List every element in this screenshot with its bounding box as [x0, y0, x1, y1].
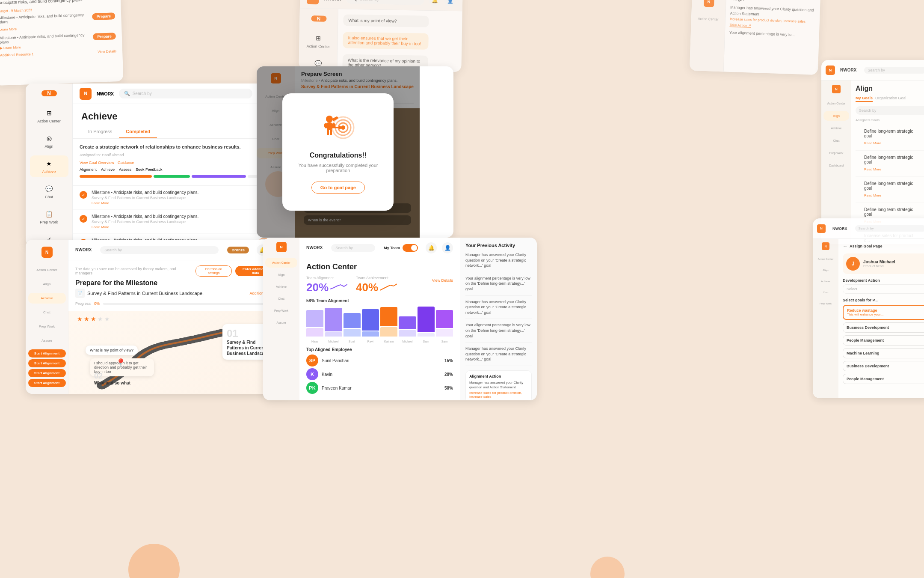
profile-icon[interactable]: 👤 — [444, 0, 456, 6]
ac-align-nav[interactable]: Align — [265, 270, 297, 280]
card-prepare-milestone: N Action Center Align Achieve Chat Prep … — [26, 240, 291, 394]
start-align-btn-1[interactable]: Start Alignment — [28, 349, 66, 358]
go-to-goal-btn[interactable]: Go to goal page — [311, 182, 365, 194]
sidebar-item-action[interactable]: ⊞ Action Center — [30, 105, 68, 127]
start-align-btn-2[interactable]: Start Alignment — [28, 359, 66, 367]
align-nav-label: Align — [44, 144, 53, 149]
goal-2-read-more[interactable]: Read More — [864, 167, 881, 171]
assign-align-nav[interactable]: Align — [814, 265, 837, 275]
progress-pct: 0% — [94, 301, 100, 306]
bar-5b — [380, 327, 397, 337]
ms-prep-nav[interactable]: Prep Work — [28, 321, 66, 332]
rec-goal-2[interactable]: Business Development — [843, 322, 924, 333]
view-details-link[interactable]: View Details — [432, 278, 453, 283]
ac-achieve-label: Achieve — [276, 285, 287, 288]
goal-3-read-more[interactable]: Read More — [864, 194, 881, 197]
ac-action-nav[interactable]: Action Center — [265, 258, 297, 268]
action-search[interactable]: Search by — [331, 244, 375, 252]
sidebar-action-center[interactable]: ⊞ Action Center — [299, 30, 338, 53]
align-action-sub: Increase sales for product division, Inc… — [469, 391, 528, 399]
assign-search[interactable]: Search by — [855, 225, 924, 232]
step-02-number: 02 — [94, 372, 130, 381]
prepare-button-2[interactable]: Prepare — [93, 33, 116, 40]
align-align-nav[interactable]: Align — [823, 111, 849, 121]
profile-icon-action[interactable]: 👤 — [442, 242, 453, 253]
align-goal-3: Define long-term strategic goal Read Mor… — [856, 177, 924, 203]
view-details[interactable]: View Details — [98, 49, 116, 54]
tab-completed[interactable]: Completed — [119, 125, 157, 138]
learn-more-1[interactable]: Learn More — [92, 201, 254, 205]
prepare-button[interactable]: Prepare — [92, 12, 115, 20]
sidebar-action-partial[interactable]: Action Center — [693, 13, 724, 25]
goal-1-read-more[interactable]: Read More — [864, 141, 881, 145]
activity-3: Manager has answered your Clarity questi… — [465, 299, 532, 319]
action-center-nav-icon: ⊞ — [44, 108, 54, 118]
take-action-link[interactable]: Take Action ↗ — [729, 23, 751, 27]
align-achieve-nav[interactable]: Achieve — [823, 123, 849, 133]
rec-goal-1[interactable]: Reduce wastage This will enhance your... — [843, 305, 924, 320]
align-search[interactable]: Search by — [864, 67, 924, 74]
label-8: Sam — [436, 340, 453, 343]
ac-prep-nav[interactable]: Prep Work — [265, 306, 297, 316]
back-arrow[interactable]: ← — [843, 243, 848, 249]
toggle-switch[interactable] — [403, 244, 418, 252]
notification-icon[interactable]: 🔔 — [429, 0, 440, 6]
start-align-btn-4[interactable]: Start Alignment — [28, 379, 66, 387]
org-goals-tab[interactable]: Organization Goal — [875, 96, 906, 102]
card-align-right: N NWORX Search by N Action Center Align … — [821, 60, 924, 244]
rec-goal-5[interactable]: Business Development — [843, 361, 924, 371]
team-achieve-value: 40% — [356, 281, 397, 294]
rec-goal-3[interactable]: People Management — [843, 335, 924, 346]
learn-more-2[interactable]: Learn More — [92, 225, 254, 229]
ac-assure-nav[interactable]: Assure — [265, 318, 297, 328]
align-subtabs: My Goals Organization Goal — [856, 96, 924, 102]
rec-goal-6[interactable]: People Management — [843, 374, 924, 384]
sidebar-item-achieve[interactable]: ★ Achieve — [30, 155, 68, 177]
assign-achieve-nav[interactable]: Achieve — [814, 277, 837, 286]
ac-chat-nav[interactable]: Chat — [265, 294, 297, 304]
chat-nav-label: Chat — [45, 195, 53, 199]
team-align-section-title: 58% Team Alignment — [306, 298, 453, 303]
align-action-label: Action Center — [827, 102, 845, 105]
chat-content: What is my point of view? It also ensure… — [337, 9, 462, 71]
sidebar-item-chat[interactable]: 💬 Chat — [30, 181, 68, 203]
assign-action-label: Action Center — [818, 258, 833, 260]
milestone-search[interactable]: Search by — [100, 246, 219, 254]
ms-chat-nav[interactable]: Chat — [28, 307, 66, 318]
guidance-link[interactable]: Guidance — [118, 161, 134, 165]
my-goals-tab[interactable]: My Goals — [856, 96, 873, 102]
ms-assure-nav[interactable]: Assure — [28, 335, 66, 346]
bar-3b — [344, 329, 361, 337]
permission-settings-btn[interactable]: Permission settings — [195, 265, 232, 277]
assign-chat-nav[interactable]: Chat — [814, 288, 837, 297]
ms-achieve-nav[interactable]: Achieve — [28, 293, 66, 304]
ms-align-nav[interactable]: Align — [28, 279, 66, 289]
align-chat-nav[interactable]: Chat — [823, 136, 849, 146]
notif-icon-action[interactable]: 🔔 — [426, 242, 437, 253]
emp-name-2: Kavin — [322, 372, 441, 377]
my-team-label: My Team — [384, 246, 400, 250]
emp-name-1: Sunil Panchari — [322, 358, 441, 363]
rec-goal-4[interactable]: Machine Learning — [843, 348, 924, 358]
start-align-btn-3[interactable]: Start Alignment — [28, 369, 66, 377]
ac-achieve-nav[interactable]: Achieve — [265, 282, 297, 292]
bar-6b — [399, 330, 416, 337]
assess-bar — [192, 175, 246, 178]
view-goal-link[interactable]: View Goal Overview — [80, 161, 114, 165]
align-action-nav[interactable]: Action Center — [823, 98, 849, 108]
tab-in-progress[interactable]: In Progress — [81, 125, 119, 138]
align-dashboard-nav[interactable]: Dashboard — [823, 161, 849, 170]
assign-prep-nav[interactable]: Prep Work — [814, 299, 837, 308]
achieve-search[interactable]: 🔍 Search by — [119, 89, 252, 98]
select-input[interactable]: Select — [843, 284, 924, 294]
sidebar-item-align[interactable]: ◎ Align — [30, 130, 68, 152]
search-bar[interactable]: 🔍 Search by — [346, 0, 424, 5]
sidebar-item-prep[interactable]: 📋 Prep Work — [30, 206, 68, 228]
learn-more-link[interactable]: Learn More — [0, 24, 116, 31]
align-search-input[interactable]: Search by — [856, 106, 924, 115]
ms-action-nav[interactable]: Action Center — [28, 265, 66, 275]
assign-chat-label: Chat — [823, 291, 829, 294]
rec-goal-1-name: Reduce wastage — [847, 308, 924, 313]
assign-action-nav[interactable]: Action Center — [814, 254, 837, 264]
align-prep-nav[interactable]: Prep Work — [823, 148, 849, 158]
